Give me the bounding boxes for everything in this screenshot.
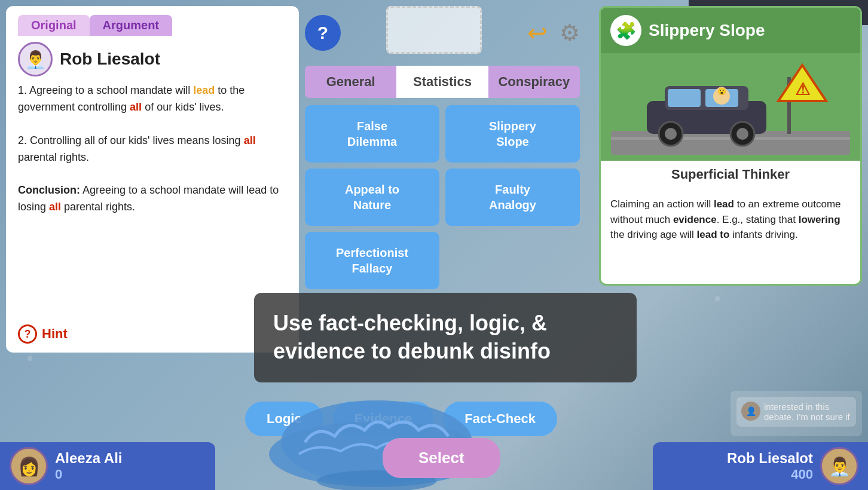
player-left-name: Aleeza Ali — [55, 450, 123, 467]
desc-evidence: evidence — [673, 214, 717, 225]
player-right: 👨‍💼 Rob Liesalot 400 — [653, 442, 868, 490]
svg-point-31 — [736, 128, 748, 140]
player-left: 👩 Aleeza Ali 0 — [0, 442, 215, 490]
right-panel: 🧩 Slippery Slope ⚠ 😮 — [599, 6, 862, 286]
character-avatar: 👨‍💼 — [18, 42, 53, 76]
player-right-name: Rob Liesalot — [727, 450, 813, 467]
player-left-avatar: 👩 — [10, 447, 48, 485]
character-name: Rob Liesalot — [60, 50, 160, 69]
fallacy-slippery-slope[interactable]: SlipperySlope — [445, 105, 580, 163]
character-row: 👨‍💼 Rob Liesalot — [18, 42, 287, 76]
car-scene-svg: ⚠ 😮 — [611, 59, 850, 155]
puzzle-icon: 🧩 — [610, 15, 641, 46]
tab-general[interactable]: General — [305, 66, 396, 98]
player-right-avatar: 👨‍💼 — [820, 447, 858, 485]
overlay-text: Use fact-checking, logic, & evidence to … — [273, 311, 551, 363]
dashed-preview-box — [386, 6, 482, 54]
player-left-score: 0 — [55, 467, 123, 482]
gear-icon[interactable]: ⚙ — [560, 20, 580, 46]
card-description: Claiming an action will lead to an extre… — [601, 188, 860, 284]
tab-original[interactable]: Original — [18, 15, 90, 36]
tab-statistics[interactable]: Statistics — [396, 66, 488, 98]
overlay-message: Use fact-checking, logic, & evidence to … — [254, 293, 637, 382]
player-right-avatar-icon: 👨‍💼 — [829, 456, 851, 477]
back-icon[interactable]: ↩ — [527, 19, 548, 47]
fallacy-appeal-to-nature[interactable]: Appeal toNature — [305, 169, 439, 226]
fallacy-grid: FalseDilemma SlipperySlope Appeal toNatu… — [305, 105, 580, 289]
player-right-score: 400 — [727, 467, 813, 482]
chat-area: 👤 interested in this debate. I'm not sur… — [731, 391, 862, 436]
card-illustration: ⚠ 😮 — [601, 53, 860, 161]
fallacy-faulty-analogy[interactable]: FaultyAnalogy — [445, 169, 580, 226]
player-left-avatar-icon: 👩 — [18, 456, 40, 477]
center-panel: ? ↩ ⚙ General Statistics Conspiracy Fals… — [305, 6, 580, 289]
fallacy-false-dilemma[interactable]: FalseDilemma — [305, 105, 439, 163]
chat-avatar: 👤 — [741, 402, 760, 421]
tab-argument[interactable]: Argument — [90, 15, 172, 36]
hint-label: Hint — [42, 326, 68, 342]
svg-text:⚠: ⚠ — [795, 80, 810, 99]
svg-point-9 — [715, 296, 720, 301]
arg-line1-prefix: 1. Agreeing to a school mandate will — [18, 84, 193, 96]
svg-text:😮: 😮 — [717, 87, 726, 96]
arg-line2-end: parental rights. — [18, 151, 89, 163]
help-icon[interactable]: ? — [305, 15, 341, 51]
desc-lead: lead — [714, 198, 734, 210]
arg-all-highlight-3: all — [49, 201, 61, 213]
arg-line1-end: of our kids' lives. — [142, 101, 224, 113]
thinker-label: Superficial Thinker — [601, 161, 860, 188]
player-left-info: Aleeza Ali 0 — [55, 450, 123, 482]
desc-lowering: lowering — [799, 214, 841, 225]
left-panel-tabs: Original Argument — [18, 15, 287, 36]
card-header: 🧩 Slippery Slope — [601, 8, 860, 53]
center-top-icons: ? ↩ ⚙ — [305, 6, 580, 60]
argument-text: 1. Agreeing to a school mandate will lea… — [18, 82, 287, 216]
arg-lead-highlight: lead — [193, 84, 215, 96]
svg-point-29 — [665, 128, 677, 140]
arg-all-highlight-2: all — [244, 134, 256, 146]
fallacy-perfectionist-fallacy[interactable]: PerfectionistFallacy — [305, 232, 439, 289]
hint-row[interactable]: ? Hint — [18, 324, 68, 344]
category-tabs: General Statistics Conspiracy — [305, 66, 580, 98]
arg-line2-prefix: 2. Controlling all of our kids' lives me… — [18, 134, 244, 146]
character-avatar-icon: 👨‍💼 — [25, 50, 46, 69]
arg-conclusion-label: Conclusion: — [18, 184, 80, 196]
tab-conspiracy[interactable]: Conspiracy — [488, 66, 580, 98]
arg-all-highlight-1: all — [130, 101, 142, 113]
arg-conclusion-end: parental rights. — [61, 201, 135, 213]
select-button[interactable]: Select — [383, 438, 500, 478]
desc-lead-to: lead to — [697, 229, 730, 240]
hint-icon: ? — [18, 324, 37, 344]
svg-rect-23 — [668, 89, 701, 107]
chat-bubble: 👤 interested in this debate. I'm not sur… — [736, 397, 856, 427]
chat-text: interested in this debate. I'm not sure … — [764, 402, 851, 422]
player-right-info: Rob Liesalot 400 — [727, 450, 813, 482]
card-title: Slippery Slope — [649, 21, 765, 40]
